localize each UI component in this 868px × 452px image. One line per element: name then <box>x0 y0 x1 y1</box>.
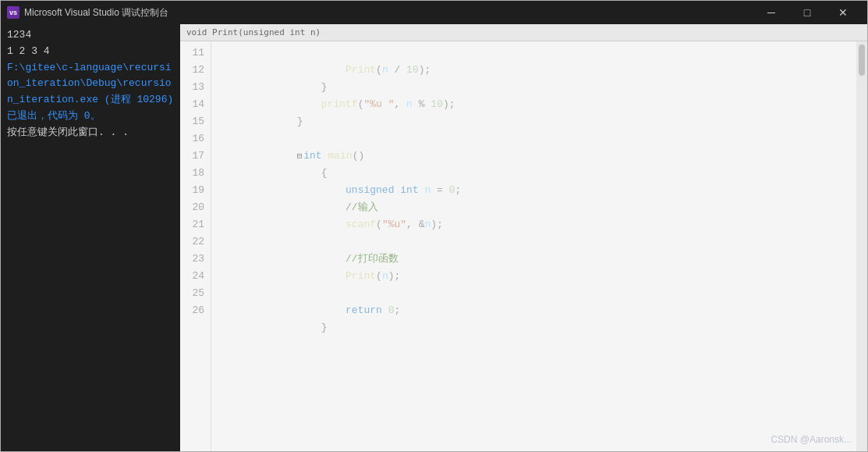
line-num-17: 17 <box>180 148 204 165</box>
close-button[interactable]: ✕ <box>825 1 861 24</box>
debug-output-2: 1 2 3 4 <box>7 44 174 60</box>
code-line-15 <box>224 113 867 130</box>
line-num-26: 26 <box>180 302 204 319</box>
line-num-13: 13 <box>180 79 204 96</box>
line-num-12: 12 <box>180 62 204 79</box>
content-area: 1234 1 2 3 4 F:\gitee\c-language\recursi… <box>1 24 867 451</box>
debug-presskey-line: 按任意键关闭此窗口. . . <box>7 125 174 141</box>
line-num-20: 20 <box>180 199 204 216</box>
title-bar-left: vs Microsoft Visual Studio 调试控制台 <box>7 6 168 20</box>
debug-path-line: F:\gitee\c-language\recursion_iteration\… <box>7 60 174 125</box>
window-controls: ─ □ ✕ <box>753 1 861 24</box>
line-num-16: 16 <box>180 130 204 148</box>
line-num-24: 24 <box>180 268 204 285</box>
line-num-22: 22 <box>180 233 204 251</box>
line-num-14: 14 <box>180 96 204 113</box>
line-num-25: 25 <box>180 285 204 302</box>
code-lines: Print(n / 10); } printf("%u ", n % 10); … <box>211 41 867 451</box>
maximize-button[interactable]: □ <box>789 1 825 24</box>
window-title: Microsoft Visual Studio 调试控制台 <box>24 6 168 20</box>
main-window: vs Microsoft Visual Studio 调试控制台 ─ □ ✕ 1… <box>0 0 868 452</box>
code-line-22: //打印函数 <box>224 233 867 251</box>
vs-logo: vs <box>7 6 19 19</box>
vertical-scrollbar[interactable] <box>856 41 867 451</box>
top-bar-text: void Print(unsigned int n) <box>186 27 321 37</box>
code-line-16: ⊟int main() <box>224 130 867 148</box>
minimize-button[interactable]: ─ <box>753 1 789 24</box>
line-numbers: 11 12 13 14 15 16 17 18 19 20 21 22 23 2… <box>180 41 211 451</box>
line-num-18: 18 <box>180 165 204 182</box>
debug-console-panel: 1234 1 2 3 4 F:\gitee\c-language\recursi… <box>1 24 180 451</box>
line-num-11: 11 <box>180 44 204 62</box>
code-line-11: Print(n / 10); <box>224 44 867 62</box>
line-num-21: 21 <box>180 216 204 233</box>
line-num-19: 19 <box>180 182 204 199</box>
code-body: 11 12 13 14 15 16 17 18 19 20 21 22 23 2… <box>180 41 867 451</box>
code-editor-panel: void Print(unsigned int n) 11 12 13 14 1… <box>180 24 867 451</box>
line-num-15: 15 <box>180 113 204 130</box>
line-num-23: 23 <box>180 251 204 268</box>
code-top-bar: void Print(unsigned int n) <box>180 24 867 41</box>
title-bar: vs Microsoft Visual Studio 调试控制台 ─ □ ✕ <box>1 1 867 24</box>
debug-output-1: 1234 <box>7 27 174 44</box>
scrollbar-thumb[interactable] <box>859 44 865 76</box>
code-line-25: return 0; <box>224 285 867 302</box>
vs-icon: vs <box>7 6 19 19</box>
